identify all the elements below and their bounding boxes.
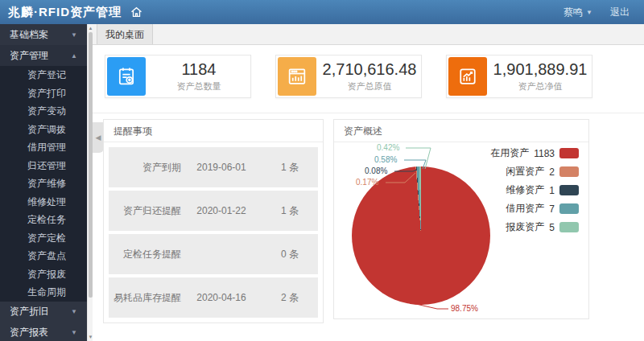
pie-chart-area: 0.42% 0.58% 0.08% 0.17% 98.75% 在用资产 1183 [334, 142, 588, 318]
stat-cards: 1184 资产总数量 2,710,616.48 [105, 55, 592, 98]
pct-label-borrow: 0.58% [374, 155, 397, 165]
pct-label-in-use: 98.75% [451, 304, 478, 314]
sidebar-item-asset-management[interactable]: 资产管理 ▲ [0, 45, 87, 66]
legend-swatch [559, 203, 579, 214]
legend-value: 1 [549, 185, 555, 196]
sidebar-item-asset-reports[interactable]: 资产报表 ▼ [0, 323, 87, 341]
legend-value: 7 [549, 203, 555, 215]
sidebar-item-label: 基础档案 [10, 28, 48, 42]
reminder-name: 定检任务提醒 [109, 248, 181, 261]
tab-my-desktop[interactable]: 我的桌面 [97, 24, 153, 44]
dashboard: 1184 资产总数量 2,710,616.48 [93, 45, 644, 341]
stat-card-total-net-value: 1,901,889.91 资产总净值 [446, 55, 592, 98]
stat-text: 1184 资产总数量 [147, 60, 250, 92]
main-area: 我的桌面 1184 资产总数 [93, 24, 644, 341]
logout-button[interactable]: 退出 [610, 6, 630, 19]
sidebar-subitem-asset-scrap[interactable]: 资产报废 [0, 265, 87, 284]
app: 兆麟·RFID资产管理 蔡鸣 ▼ 退出 基础档案 ▼ 资产管理 ▲ 资产登记 资… [0, 0, 644, 341]
reminder-list: 资产到期 2019-06-01 1 条 资产归还提醒 2020-01-22 1 … [104, 142, 323, 323]
sidebar-subitem-asset-register[interactable]: 资产登记 [0, 66, 87, 84]
stat-card-total-count: 1184 资产总数量 [105, 55, 251, 98]
chevron-down-icon: ▼ [71, 329, 77, 336]
trend-up-icon [448, 57, 487, 96]
panels-row: 提醒事项 资产到期 2019-06-01 1 条 资产归还提醒 2020-01-… [103, 119, 589, 323]
legend-swatch [559, 185, 579, 195]
chevron-down-icon: ▼ [71, 308, 77, 315]
sidebar-subitem-asset-print[interactable]: 资产打印 [0, 84, 87, 103]
reminders-panel: 提醒事项 资产到期 2019-06-01 1 条 资产归还提醒 2020-01-… [103, 119, 324, 323]
sidebar-subitem-life-cycle[interactable]: 生命周期 [0, 283, 87, 302]
chevron-down-icon: ▼ [71, 31, 77, 39]
stat-label: 资产总净值 [489, 80, 592, 92]
stat-label: 资产总数量 [147, 80, 250, 92]
overview-panel: 资产概述 0.42% 0.58% 0.08% 0.17 [333, 119, 589, 319]
reminder-date: 2019-06-01 [181, 162, 262, 173]
sidebar-subitem-asset-inspection[interactable]: 资产定检 [0, 229, 87, 248]
reminder-name: 资产归还提醒 [109, 204, 181, 218]
legend-swatch [559, 148, 579, 158]
legend-label: 借用资产 [506, 202, 544, 216]
tab-bar: 我的桌面 [93, 24, 644, 45]
legend-item-scrap[interactable]: 报废资产 5 [490, 218, 579, 236]
reminder-count: 0 条 [262, 248, 318, 261]
legend-value: 1183 [534, 148, 555, 159]
legend-label: 闲置资产 [506, 165, 544, 179]
legend-item-idle[interactable]: 闲置资产 2 [490, 162, 579, 181]
sidebar-subitem-repair-handling[interactable]: 维修处理 [0, 193, 87, 212]
reminder-row-asset-return[interactable]: 资产归还提醒 2020-01-22 1 条 [109, 191, 318, 231]
sidebar-subitem-inspection-task[interactable]: 定检任务 [0, 211, 87, 229]
panel-title: 资产概述 [334, 120, 588, 142]
pct-label-idle: 0.17% [356, 178, 378, 187]
stat-card-total-original-value: 2,710,616.48 资产总原值 [275, 55, 422, 98]
sidebar-item-label: 资产折旧 [10, 305, 48, 318]
legend-value: 5 [549, 222, 555, 233]
sidebar-subitem-borrow-management[interactable]: 借用管理 [0, 138, 87, 157]
legend-label: 报废资产 [506, 220, 544, 234]
reminder-name: 资产到期 [109, 161, 181, 175]
legend-item-repair[interactable]: 维修资产 1 [490, 181, 579, 199]
reminder-row-asset-due[interactable]: 资产到期 2019-06-01 1 条 [109, 147, 318, 187]
content-scrollbar[interactable]: ▲ ▼ [87, 24, 93, 341]
legend-label: 在用资产 [490, 146, 529, 160]
reminder-row-consumable-stock[interactable]: 易耗品库存提醒 2020-04-16 2 条 [109, 277, 318, 318]
reminder-count: 1 条 [262, 161, 318, 175]
sidebar-subitem-asset-transfer[interactable]: 资产调拨 [0, 121, 87, 139]
stat-value: 1,901,889.91 [489, 60, 592, 78]
sidebar-subitem-asset-change[interactable]: 资产变动 [0, 102, 87, 121]
reminder-name: 易耗品库存提醒 [109, 291, 181, 305]
reminder-count: 2 条 [262, 291, 318, 305]
home-icon[interactable] [130, 6, 143, 18]
window-bars-icon [278, 57, 316, 96]
sidebar-subitem-asset-inventory[interactable]: 资产盘点 [0, 247, 87, 265]
sidebar-item-label: 资产管理 [10, 49, 48, 63]
user-name: 蔡鸣 [564, 6, 583, 19]
legend-label: 维修资产 [506, 183, 544, 197]
user-menu[interactable]: 蔡鸣 ▼ [564, 6, 592, 19]
stat-text: 1,901,889.91 资产总净值 [489, 60, 592, 92]
legend-item-borrow[interactable]: 借用资产 7 [490, 199, 579, 218]
reminder-date: 2020-04-16 [181, 292, 262, 303]
sidebar-subitem-return-management[interactable]: 归还管理 [0, 157, 87, 175]
sidebar-item-asset-depreciation[interactable]: 资产折旧 ▼ [0, 302, 87, 323]
pct-label-repair: 0.08% [365, 166, 387, 176]
legend-item-in-use[interactable]: 在用资产 1183 [490, 144, 579, 162]
pct-label-scrap: 0.42% [377, 143, 399, 153]
legend-value: 2 [549, 166, 555, 178]
sidebar-item-basic-archives[interactable]: 基础档案 ▼ [0, 24, 87, 45]
divider [93, 113, 644, 113]
app-header: 兆麟·RFID资产管理 蔡鸣 ▼ 退出 [0, 0, 644, 24]
reminder-row-inspection-task[interactable]: 定检任务提醒 0 条 [109, 234, 318, 274]
legend-swatch [559, 222, 579, 232]
clipboard-add-icon [107, 57, 146, 96]
app-logo: 兆麟·RFID资产管理 [8, 5, 122, 20]
panel-title: 提醒事项 [104, 120, 323, 142]
sidebar: 基础档案 ▼ 资产管理 ▲ 资产登记 资产打印 资产变动 资产调拨 借用管理 归… [0, 24, 87, 341]
stat-value: 2,710,616.48 [318, 60, 421, 78]
reminder-date: 2020-01-22 [181, 205, 262, 216]
collapse-handle[interactable]: ◀ [93, 122, 104, 153]
chevron-down-icon: ▼ [586, 9, 592, 16]
chevron-up-icon: ▲ [71, 52, 77, 60]
sidebar-item-label: 资产报表 [10, 326, 48, 339]
sidebar-subitem-asset-repair[interactable]: 资产维修 [0, 175, 87, 193]
stat-value: 1184 [147, 60, 250, 78]
